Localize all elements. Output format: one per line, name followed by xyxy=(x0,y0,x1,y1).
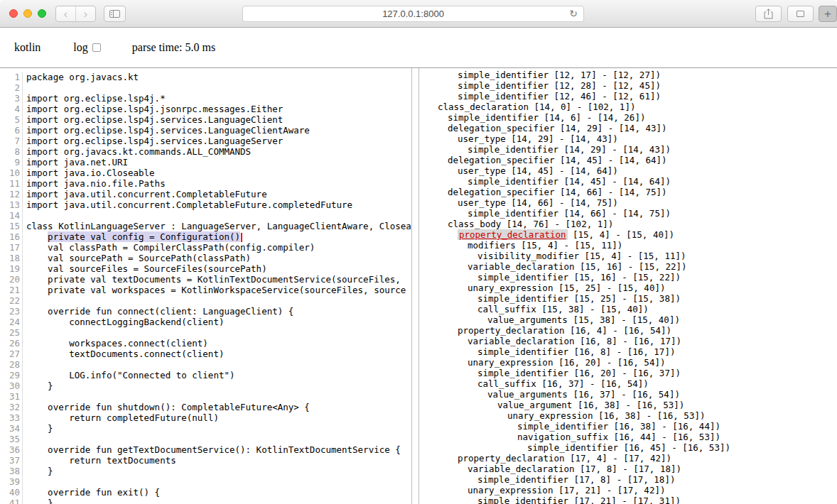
forward-button[interactable]: › xyxy=(76,6,96,21)
code-line[interactable]: 11import java.nio.file.Paths xyxy=(0,178,411,189)
tree-node-link[interactable]: delegation_specifier xyxy=(448,155,555,165)
code-line[interactable]: 41 } xyxy=(0,498,411,504)
code-line[interactable]: 22 xyxy=(0,295,411,306)
tree-node-link[interactable]: modifiers xyxy=(468,240,516,251)
code-line[interactable]: 16 private val config = Configuration() xyxy=(0,231,411,242)
code-line[interactable]: 34 } xyxy=(0,423,411,434)
tree-node-link[interactable]: delegation_specifier xyxy=(448,123,555,133)
code-line[interactable]: 27 textDocuments.connect(client) xyxy=(0,349,411,359)
tree-node-link[interactable]: variable_declaration xyxy=(468,336,575,346)
tree-node-link[interactable]: simple_identifier xyxy=(477,474,568,485)
tree-node-link[interactable]: simple_identifier xyxy=(477,346,568,357)
address-bar[interactable]: 127.0.0.1:8000 ↻ xyxy=(242,6,584,22)
tree-node-link[interactable]: simple_identifier xyxy=(477,495,568,504)
code-line[interactable]: 17 val classPath = CompilerClassPath(con… xyxy=(0,242,411,253)
code-line[interactable]: 6import org.eclipse.lsp4j.services.Langu… xyxy=(0,125,411,136)
code-line[interactable]: 3import org.eclipse.lsp4j.* xyxy=(0,93,411,104)
code-line[interactable]: 36 override fun getTextDocumentService()… xyxy=(0,444,411,455)
code-line[interactable]: 2 xyxy=(0,82,411,93)
tree-node-link[interactable]: simple_identifier xyxy=(458,91,549,102)
tree-node-link[interactable]: simple_identifier xyxy=(477,293,568,304)
code-line[interactable]: 31 xyxy=(0,391,411,402)
tree-node-link-highlighted[interactable]: property_declaration xyxy=(458,229,568,240)
tree-node-link[interactable]: simple_identifier xyxy=(458,80,549,91)
tree-row: navigation_suffix [16, 44] - [16, 53]) xyxy=(419,432,837,442)
line-number: 8 xyxy=(0,146,20,157)
tree-node-link[interactable]: class_body xyxy=(448,219,501,229)
new-tab-button[interactable]: + xyxy=(819,6,837,22)
code-line[interactable]: 30 } xyxy=(0,380,411,391)
code-line[interactable]: 37 return textDocuments xyxy=(0,455,411,466)
code-line[interactable]: 33 return completedFuture(null) xyxy=(0,412,411,423)
code-line[interactable]: 12import java.util.concurrent.Completabl… xyxy=(0,189,411,199)
code-line[interactable]: 35 xyxy=(0,434,411,444)
code-line[interactable]: 25 xyxy=(0,327,411,338)
tree-node-link[interactable]: user_type xyxy=(458,133,506,144)
tree-node-link[interactable]: simple_identifier xyxy=(477,368,568,378)
code-line[interactable]: 8import org.javacs.kt.commands.ALL_COMMA… xyxy=(0,146,411,157)
code-line[interactable]: 10import java.io.Closeable xyxy=(0,168,411,178)
tree-node-link[interactable]: variable_declaration xyxy=(468,464,575,474)
code-line[interactable]: 14 xyxy=(0,210,411,221)
code-line[interactable]: 1package org.javacs.kt xyxy=(0,72,411,82)
tree-node-link[interactable]: delegation_specifier xyxy=(448,187,555,197)
minimize-window-button[interactable] xyxy=(23,9,32,18)
tree-node-link[interactable]: unary_expression xyxy=(468,283,553,293)
code-line[interactable]: 15class KotlinLanguageServer : LanguageS… xyxy=(0,221,411,231)
tree-node-link[interactable]: simple_identifier xyxy=(477,272,568,283)
tree-node-link[interactable]: user_type xyxy=(458,165,506,176)
log-checkbox[interactable] xyxy=(92,43,101,52)
close-window-button[interactable] xyxy=(9,9,18,18)
code-line[interactable]: 4import org.eclipse.lsp4j.jsonrpc.messag… xyxy=(0,104,411,114)
tree-node-link[interactable]: simple_identifier xyxy=(458,70,549,80)
code-line[interactable]: 19 val sourceFiles = SourceFiles(sourceP… xyxy=(0,263,411,274)
tree-node-link[interactable]: property_declaration xyxy=(458,325,565,336)
line-number: 38 xyxy=(0,466,20,476)
tree-node-link[interactable]: simple_identifier xyxy=(527,442,618,453)
code-line[interactable]: 32 override fun shutdown(): CompletableF… xyxy=(0,402,411,412)
code-editor[interactable]: 1package org.javacs.kt23import org.eclip… xyxy=(0,68,412,504)
code-line[interactable]: 28 xyxy=(0,359,411,370)
tree-node-link[interactable]: simple_identifier xyxy=(448,112,539,123)
tree-node-link[interactable]: value_arguments xyxy=(487,389,568,400)
zoom-window-button[interactable] xyxy=(38,9,46,18)
tree-node-link[interactable]: class_declaration xyxy=(438,102,529,112)
code-line[interactable]: 9import java.net.URI xyxy=(0,157,411,168)
tree-row: unary_expression [17, 21] - [17, 42]) xyxy=(419,485,837,495)
code-line[interactable]: 20 private val textDocuments = KotlinTex… xyxy=(0,274,411,285)
code-line[interactable]: 5import org.eclipse.lsp4j.services.Langu… xyxy=(0,114,411,125)
back-button[interactable]: ‹ xyxy=(56,6,76,21)
tree-node-link[interactable]: navigation_suffix xyxy=(517,432,608,442)
tree-node-link[interactable]: call_suffix xyxy=(477,378,536,389)
tree-node-link[interactable]: unary_expression xyxy=(468,485,553,495)
tree-row: value_argument [16, 38] - [16, 53]) xyxy=(419,400,837,410)
tree-node-link[interactable]: value_arguments xyxy=(487,314,568,325)
tree-node-link[interactable]: variable_declaration xyxy=(468,261,575,272)
code-line[interactable]: 26 workspaces.connect(client) xyxy=(0,338,411,349)
tree-node-link[interactable]: unary_expression xyxy=(507,410,593,421)
code-line[interactable]: 39 xyxy=(0,476,411,487)
reload-icon[interactable]: ↻ xyxy=(569,8,578,19)
code-line[interactable]: 7import org.eclipse.lsp4j.services.Langu… xyxy=(0,136,411,146)
tree-node-link[interactable]: simple_identifier xyxy=(517,421,608,432)
tree-node-link[interactable]: property_declaration xyxy=(458,453,565,464)
tree-node-link[interactable]: call_suffix xyxy=(477,304,536,314)
code-line[interactable]: 38 } xyxy=(0,466,411,476)
code-line[interactable]: 40 override fun exit() { xyxy=(0,487,411,498)
tree-node-link[interactable]: simple_identifier xyxy=(468,208,558,219)
tree-node-link[interactable]: value_argument xyxy=(497,400,572,410)
tree-node-link[interactable]: simple_identifier xyxy=(468,176,558,187)
tree-node-link[interactable]: user_type xyxy=(458,197,506,208)
show-all-tabs-button[interactable] xyxy=(787,6,814,22)
code-line[interactable]: 13import java.util.concurrent.Completabl… xyxy=(0,199,411,210)
share-button[interactable] xyxy=(755,6,782,22)
code-line[interactable]: 29 LOG.info("Connected to client") xyxy=(0,370,411,380)
code-line[interactable]: 23 override fun connect(client: Language… xyxy=(0,306,411,317)
sidebar-toggle-button[interactable] xyxy=(104,6,126,22)
code-line[interactable]: 18 val sourcePath = SourcePath(classPath… xyxy=(0,253,411,263)
tree-node-link[interactable]: visibility_modifier xyxy=(477,251,579,261)
tree-node-link[interactable]: simple_identifier xyxy=(468,144,558,155)
code-line[interactable]: 24 connectLoggingBackend(client) xyxy=(0,317,411,327)
code-line[interactable]: 21 private val workspaces = KotlinWorksp… xyxy=(0,285,411,295)
tree-node-link[interactable]: unary_expression xyxy=(468,357,553,368)
